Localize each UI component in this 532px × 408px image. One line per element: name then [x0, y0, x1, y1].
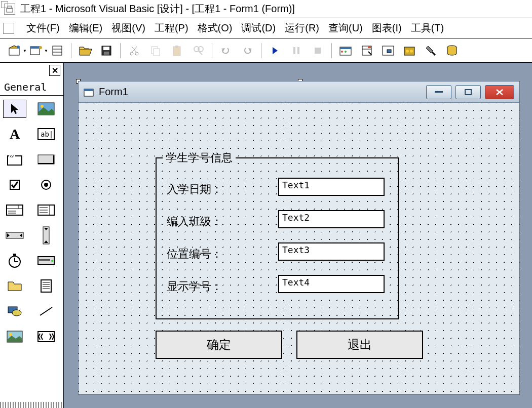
- add-project-button[interactable]: ▼: [6, 42, 23, 59]
- svg-rect-12: [104, 52, 109, 55]
- svg-text:ab|: ab|: [41, 130, 53, 139]
- tool-timer[interactable]: [3, 252, 26, 270]
- object-browser-button[interactable]: [401, 42, 418, 59]
- svg-point-3: [17, 46, 20, 49]
- menu-tools[interactable]: 工具(T): [411, 21, 444, 35]
- minimize-button[interactable]: [426, 85, 451, 99]
- toolbox-close-button[interactable]: ✕: [49, 65, 60, 76]
- project-explorer-button[interactable]: [337, 42, 354, 59]
- tool-combobox[interactable]: [3, 201, 26, 219]
- svg-rect-66: [13, 254, 16, 256]
- menu-editor-button[interactable]: [49, 42, 66, 59]
- stop-button[interactable]: [309, 42, 326, 59]
- svg-line-15: [132, 47, 137, 52]
- form-layout-button[interactable]: [379, 42, 397, 59]
- pause-button[interactable]: [288, 42, 305, 59]
- ok-button[interactable]: 确定: [156, 331, 282, 359]
- svg-point-30: [345, 51, 347, 53]
- toolbox-button[interactable]: [422, 42, 439, 59]
- tool-pointer[interactable]: [3, 100, 26, 118]
- svg-rect-70: [39, 259, 50, 261]
- undo-button[interactable]: [217, 42, 235, 59]
- tool-commandbutton[interactable]: [34, 150, 58, 169]
- menu-view[interactable]: 视图(V): [111, 21, 145, 35]
- menu-run[interactable]: 运行(R): [285, 21, 319, 35]
- menu-query[interactable]: 查询(U): [328, 21, 363, 35]
- svg-line-79: [40, 307, 52, 315]
- toolbox-resize-grip[interactable]: [0, 402, 63, 408]
- svg-text:xv: xv: [10, 154, 14, 158]
- tool-dirlistbox[interactable]: [3, 277, 26, 295]
- svg-rect-47: [38, 155, 54, 164]
- svg-rect-25: [297, 47, 299, 54]
- textbox-class[interactable]: Text2: [278, 210, 385, 228]
- tool-vscrollbar[interactable]: [34, 226, 58, 244]
- menu-project[interactable]: 工程(P): [155, 21, 188, 35]
- tool-optionbutton[interactable]: [34, 176, 58, 194]
- find-button[interactable]: [189, 42, 207, 59]
- menubar: 文件(F) 编辑(E) 视图(V) 工程(P) 格式(O) 调试(D) 运行(R…: [0, 18, 532, 38]
- tool-line[interactable]: [34, 302, 58, 320]
- svg-rect-28: [340, 47, 351, 49]
- form-title: Form1: [99, 86, 128, 98]
- copy-button[interactable]: [147, 42, 164, 59]
- svg-rect-2: [9, 48, 19, 55]
- maximize-button[interactable]: [455, 85, 481, 99]
- tool-filelistbox[interactable]: [34, 277, 58, 295]
- svg-rect-19: [173, 47, 180, 56]
- data-view-button[interactable]: [443, 42, 461, 59]
- svg-rect-20: [175, 46, 178, 48]
- cut-button[interactable]: [126, 42, 143, 59]
- menu-file[interactable]: 文件(F): [26, 21, 60, 35]
- tool-hscrollbar[interactable]: [3, 226, 26, 244]
- svg-rect-26: [315, 48, 321, 54]
- frame-legend: 学生学号信息: [163, 150, 236, 166]
- svg-rect-53: [7, 205, 23, 215]
- label-id[interactable]: 显示学号：: [167, 279, 238, 294]
- form-titlebar[interactable]: Form1: [79, 81, 519, 103]
- svg-rect-11: [103, 47, 109, 50]
- textbox-pos[interactable]: Text3: [278, 242, 385, 261]
- menu-chart[interactable]: 图表(I): [372, 21, 402, 35]
- toolbox-tab-general[interactable]: General: [0, 79, 63, 96]
- tool-picturebox[interactable]: [34, 100, 58, 118]
- textbox-id[interactable]: Text4: [278, 275, 385, 293]
- label-date[interactable]: 入学日期：: [167, 182, 238, 197]
- close-button[interactable]: [485, 85, 514, 99]
- toolbar: ▼ ▼: [0, 38, 532, 63]
- tool-image[interactable]: [3, 328, 26, 346]
- properties-button[interactable]: [358, 42, 375, 59]
- tool-textbox[interactable]: ab|: [34, 125, 58, 143]
- svg-point-13: [130, 52, 133, 55]
- paste-button[interactable]: [168, 42, 185, 59]
- mdi-system-icon[interactable]: [3, 23, 14, 34]
- form-designer-window[interactable]: Form1 学生学号信息 入学日期： 编入班级： 位置编号： 显示学号： Tex…: [78, 81, 520, 395]
- tool-data[interactable]: [34, 328, 58, 346]
- svg-rect-72: [41, 280, 51, 292]
- menu-debug[interactable]: 调试(D): [241, 21, 276, 35]
- label-pos[interactable]: 位置编号：: [167, 247, 238, 262]
- menu-edit[interactable]: 编辑(E): [69, 21, 103, 35]
- label-class[interactable]: 编入班级：: [167, 214, 238, 229]
- svg-point-37: [406, 50, 409, 53]
- tool-listbox[interactable]: [34, 201, 58, 219]
- add-form-button[interactable]: ▼: [27, 42, 45, 59]
- tool-label[interactable]: A: [3, 125, 26, 143]
- redo-button[interactable]: [239, 42, 256, 59]
- tool-drivelistbox[interactable]: [34, 252, 58, 270]
- textbox-date[interactable]: Text1: [278, 178, 385, 196]
- svg-rect-35: [387, 50, 391, 53]
- tool-checkbox[interactable]: [3, 176, 26, 194]
- svg-point-41: [41, 105, 44, 108]
- tool-shape[interactable]: [3, 302, 26, 320]
- menu-format[interactable]: 格式(O): [198, 21, 233, 35]
- save-button[interactable]: [98, 42, 115, 59]
- run-button[interactable]: [267, 42, 284, 59]
- form-design-surface[interactable]: 学生学号信息 入学日期： 编入班级： 位置编号： 显示学号： Text1 Tex…: [79, 103, 519, 394]
- tool-frame[interactable]: xv: [3, 150, 26, 169]
- mdi-client-area: Form1 学生学号信息 入学日期： 编入班级： 位置编号： 显示学号： Tex…: [64, 63, 532, 408]
- form-icon: [84, 88, 94, 97]
- open-button[interactable]: [77, 42, 94, 59]
- exit-button[interactable]: 退出: [296, 331, 423, 359]
- frame-student-info[interactable]: 学生学号信息 入学日期： 编入班级： 位置编号： 显示学号： Text1 Tex…: [156, 157, 399, 319]
